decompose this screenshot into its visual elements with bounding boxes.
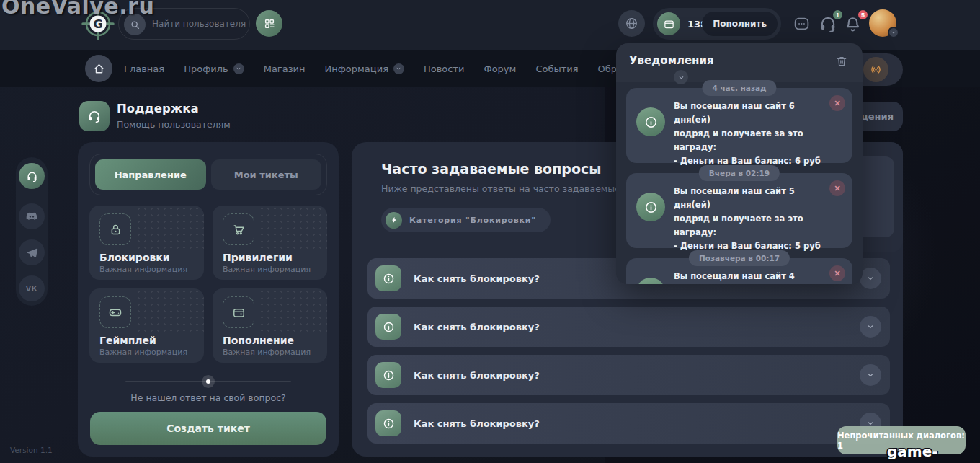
telegram-icon — [26, 247, 38, 259]
notifications-list: 4 час. назад ✕ Вы посещали наш сайт 6 дн… — [616, 82, 863, 284]
support-page-icon — [79, 101, 110, 131]
chevron-down-icon[interactable] — [860, 316, 881, 338]
category-card-privileges[interactable]: Привилегии Важная информация — [213, 206, 327, 280]
headset-icon — [87, 109, 102, 123]
qr-code-button[interactable] — [256, 10, 282, 37]
chevron-down-icon — [393, 63, 404, 74]
faq-list: Как снять блокировку? Как снять блокиров… — [368, 258, 890, 444]
nav-item-forum[interactable]: Форум — [484, 63, 516, 74]
svg-text:G: G — [93, 17, 102, 31]
faq-item[interactable]: Как снять блокировку? — [368, 403, 890, 444]
close-notification-button[interactable]: ✕ — [829, 95, 845, 111]
nav-item-profile[interactable]: Профиль — [184, 63, 244, 74]
notifications-dropdown: Уведомления 4 час. назад ✕ Вы посещали н… — [616, 43, 863, 284]
no-answer-text: Не нашел ответ на свой вопрос? — [78, 392, 339, 403]
info-icon — [636, 193, 665, 221]
notifications-bell-button[interactable]: 5 — [844, 14, 864, 34]
info-icon — [375, 314, 401, 340]
notification-time-badge: Позавчера в 00:17 — [689, 250, 790, 266]
qr-icon — [264, 18, 275, 30]
chevron-down-icon[interactable] — [860, 268, 881, 289]
category-subtitle: Важная информация — [99, 265, 194, 274]
dock-divider — [22, 195, 42, 195]
home-button[interactable] — [85, 55, 112, 82]
trash-icon — [835, 55, 848, 68]
language-globe-button[interactable] — [618, 10, 645, 37]
notification-line: подряд и получаете за это награду: — [674, 127, 828, 154]
info-icon — [375, 410, 401, 436]
close-notification-button[interactable]: ✕ — [829, 180, 845, 196]
chat-messages-icon-button[interactable] — [793, 14, 813, 34]
page: G 138.9 ₽ Попо — [0, 0, 980, 463]
faq-question: Как снять блокировку? — [414, 322, 540, 332]
category-title: Геймплей — [99, 335, 194, 346]
nav-item-news[interactable]: Новости — [424, 63, 465, 74]
chevron-down-icon[interactable] — [860, 364, 881, 386]
watermark-bottom-right: game-cms.do.am — [887, 443, 980, 463]
nav-label: Информация — [325, 63, 388, 74]
category-title: Пополнение — [223, 335, 317, 346]
globe-icon — [625, 17, 638, 30]
category-card-gameplay[interactable]: Геймплей Важная информация — [89, 288, 204, 363]
category-grid: Блокировки Важная информация Привилегии … — [89, 206, 327, 363]
wallet-icon — [223, 296, 254, 328]
clear-notifications-button[interactable] — [835, 53, 851, 69]
notification-item: Позавчера в 00:17 ✕ Вы посещали наш сайт… — [626, 258, 852, 284]
category-card-topup[interactable]: Пополнение Важная информация — [213, 288, 327, 363]
dock-support-button[interactable] — [19, 163, 45, 189]
tab-my-tickets[interactable]: Мои тикеты — [211, 159, 322, 190]
category-subtitle: Важная информация — [223, 265, 317, 274]
notification-time-badge: 4 час. назад — [702, 80, 776, 96]
page-subtitle: Помощь пользователям — [117, 119, 231, 130]
support-headset-button[interactable]: 1 — [819, 14, 839, 34]
nav-item-shop[interactable]: Магазин — [264, 63, 306, 74]
nav-label: События — [535, 63, 578, 74]
faq-item[interactable]: Как снять блокировку? — [368, 355, 890, 395]
nav-links: Главная Профиль Магазин Информация Новос… — [124, 50, 691, 87]
notifications-title: Уведомления — [629, 54, 714, 67]
info-icon — [375, 362, 401, 388]
vk-icon: VK — [26, 284, 37, 293]
page-title: Поддержка — [117, 102, 199, 115]
wallet-icon — [657, 12, 680, 35]
search-input[interactable] — [152, 9, 246, 39]
create-ticket-button[interactable]: Создать тикет — [90, 412, 326, 445]
info-icon — [375, 265, 401, 291]
notifications-count-badge: 5 — [857, 9, 869, 21]
notification-text: Вы посещали наш сайт 5 дня(ей) подряд и … — [674, 173, 852, 253]
nav-label: Магазин — [264, 63, 306, 74]
notification-item: 4 час. назад ✕ Вы посещали наш сайт 6 дн… — [626, 88, 852, 163]
faq-category-badge: Категория "Блокировки" — [381, 208, 551, 232]
nav-label: Профиль — [184, 63, 228, 74]
category-title: Привилегии — [223, 252, 317, 263]
tab-direction[interactable]: Направление — [95, 159, 206, 190]
faq-category-label: Категория "Блокировки" — [409, 216, 536, 225]
faq-item[interactable]: Как снять блокировку? — [368, 307, 890, 347]
discord-button[interactable] — [19, 203, 45, 229]
radio-live-icon — [863, 57, 888, 82]
notification-line: Вы посещали наш сайт 4 дня(ей) — [674, 270, 828, 284]
vk-button[interactable]: VK — [19, 275, 45, 301]
topup-button[interactable]: Пополнить — [702, 12, 778, 36]
faq-question: Как снять блокировку? — [414, 273, 540, 284]
category-card-blocks[interactable]: Блокировки Важная информация — [89, 206, 204, 280]
carousel-handle[interactable] — [202, 375, 215, 388]
lightning-icon — [386, 212, 402, 229]
version-label: Version 1.1 — [10, 446, 53, 454]
faq-question: Как снять блокировку? — [414, 370, 540, 381]
info-icon — [636, 278, 665, 284]
user-avatar[interactable] — [869, 9, 896, 37]
close-notification-button[interactable]: ✕ — [829, 265, 845, 281]
category-subtitle: Важная информация — [99, 348, 194, 357]
telegram-button[interactable] — [19, 239, 45, 265]
chevron-down-icon — [233, 63, 244, 74]
nav-item-events[interactable]: События — [535, 63, 578, 74]
nav-item-information[interactable]: Информация — [325, 63, 404, 74]
notification-time-badge: Вчера в 02:19 — [699, 165, 780, 181]
home-icon — [93, 63, 105, 75]
support-count-badge: 1 — [832, 9, 844, 21]
chevron-down-icon[interactable] — [674, 70, 688, 84]
nav-item-main[interactable]: Главная — [124, 63, 164, 74]
faq-question: Как снять блокировку? — [414, 418, 540, 429]
cart-icon — [223, 213, 254, 245]
